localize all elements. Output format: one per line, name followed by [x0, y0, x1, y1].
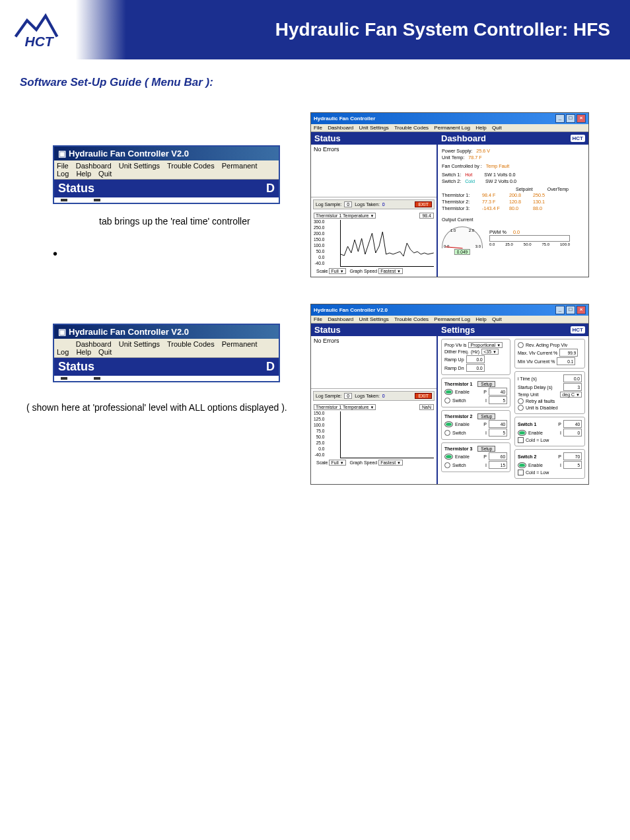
sw2-i-input[interactable]: 5	[563, 461, 582, 469]
menu-file[interactable]: File	[314, 316, 322, 322]
i-time-label: i Time (s)	[518, 376, 537, 381]
menu-dashboard[interactable]: Dashboard	[328, 125, 353, 131]
svg-text:HCT: HCT	[25, 34, 55, 49]
menu-permanent-log[interactable]: Permanent Log	[434, 125, 470, 131]
chart-y-axis: 300.0 250.0 200.0 150.0 100.0 50.0 0.0 -…	[314, 220, 324, 266]
therm3-enable-radio[interactable]	[444, 454, 453, 460]
therm1-setup-button[interactable]: Setup	[477, 381, 495, 387]
therm1-enable-radio[interactable]	[444, 389, 453, 395]
startup-delay-label: Startup Delay (s)	[518, 385, 553, 390]
mini-window-titlebar: ▣ Hydraulic Fan Controller V2.0	[54, 147, 279, 160]
sw1-i-input[interactable]: 0	[563, 429, 582, 437]
thermistor-dropdown-2[interactable]: Thermistor 1 Temperature▼	[314, 404, 376, 410]
dashboard-title: Hydraulic Fan Controller	[314, 116, 375, 122]
status-header-label-2: Status	[314, 325, 341, 335]
minimize-button[interactable]: _	[555, 114, 565, 123]
dashboard-header-label: Dashboard	[441, 133, 486, 143]
exit-button-2[interactable]: EXIT	[415, 393, 432, 399]
i-time-input[interactable]: 0.0	[563, 374, 582, 382]
menu-trouble-codes[interactable]: Trouble Codes	[394, 316, 429, 322]
prop-vlv-label: Prop Vlv is	[444, 343, 466, 347]
prop-vlv-dropdown[interactable]: Proportional▼	[468, 342, 503, 348]
startup-delay-input[interactable]: 3	[563, 383, 582, 391]
mini-status-right-letter: D	[266, 182, 275, 195]
therm3-over: 88.0	[533, 205, 542, 211]
rev-acting-radio[interactable]	[518, 342, 524, 348]
switch2-label: Switch 2:	[442, 178, 461, 184]
menu-permanent-log[interactable]: Permanent Log	[434, 316, 470, 322]
ramp-dn-input[interactable]: 0.0	[466, 364, 485, 372]
unit-disabled-radio[interactable]	[518, 405, 524, 411]
therm1-p-input[interactable]: 40	[489, 388, 507, 396]
menu-help[interactable]: Help	[475, 316, 486, 322]
therm3-switch-radio[interactable]	[444, 462, 450, 468]
menu-unit-settings[interactable]: Unit Settings	[359, 316, 389, 322]
temp-unit-dropdown[interactable]: deg C▼	[560, 392, 582, 398]
menu-trouble-codes[interactable]: Trouble Codes	[167, 162, 215, 170]
scale-label: Scale	[316, 269, 328, 273]
graph-speed-label: Graph Speed	[350, 269, 378, 273]
therm3-setpoint: 80.0	[509, 205, 529, 211]
fan-controlled-label: Fan Controlled by :	[442, 163, 482, 169]
menu-unit-settings[interactable]: Unit Settings	[119, 340, 160, 348]
log-sample-value[interactable]: 0	[344, 201, 352, 207]
sw1-p-input[interactable]: 40	[563, 420, 582, 428]
menu-file[interactable]: File	[314, 125, 322, 131]
therm1-i-input[interactable]: 5	[489, 396, 507, 404]
therm2-enable-radio[interactable]	[444, 421, 453, 427]
log-sample-value-2[interactable]: 0	[344, 393, 352, 399]
menu-help[interactable]: Help	[76, 348, 91, 356]
menu-trouble-codes[interactable]: Trouble Codes	[394, 125, 429, 131]
maximize-button[interactable]: □	[566, 306, 575, 314]
banner-title: Hydraulic Fan System Controller: HFS	[79, 19, 617, 40]
temp-unit-label: Temp Unit	[518, 392, 539, 397]
maximize-button[interactable]: □	[566, 114, 575, 123]
retry-faults-radio[interactable]	[518, 398, 524, 404]
mini-window-dashboard: ▣ Hydraulic Fan Controller V2.0 File Das…	[53, 145, 280, 204]
menu-help[interactable]: Help	[76, 170, 91, 178]
sw2-enable-radio[interactable]	[518, 462, 526, 468]
therm3-i-input[interactable]: 15	[489, 461, 507, 469]
sw2-p-input[interactable]: 70	[563, 452, 582, 460]
therm2-setup-button[interactable]: Setup	[477, 413, 495, 419]
therm3-setup-button[interactable]: Setup	[477, 446, 495, 452]
therm3-p-input[interactable]: 60	[489, 452, 507, 460]
therm2-val: 77.3 F	[482, 199, 505, 205]
scale-dropdown[interactable]: Full▼	[329, 268, 345, 274]
menu-dashboard[interactable]: Dashboard	[328, 316, 353, 322]
graph-speed-dropdown[interactable]: Fastest▼	[378, 268, 403, 274]
min-vlv-input[interactable]: 0.1	[557, 357, 575, 365]
minimize-button[interactable]: _	[555, 306, 565, 314]
unit-temp-label: Unit Temp:	[442, 155, 464, 160]
menu-quit[interactable]: Quit	[492, 125, 502, 131]
menu-file[interactable]: File	[57, 162, 69, 170]
close-button[interactable]: ×	[577, 114, 586, 123]
menu-dashboard[interactable]: Dashboard	[76, 162, 112, 170]
menu-help[interactable]: Help	[475, 125, 486, 131]
sw1-cold-low-check[interactable]	[518, 437, 524, 443]
sw2-cold-low-check[interactable]	[518, 470, 524, 475]
therm2-switch-radio[interactable]	[444, 430, 450, 436]
thermistor-dropdown[interactable]: Thermistor 1 Temperature▼	[314, 213, 376, 219]
therm2-p-input[interactable]: 40	[489, 420, 507, 428]
menu-quit[interactable]: Quit	[98, 348, 112, 356]
graph-speed-dropdown-2[interactable]: Fastest▼	[378, 460, 403, 466]
menu-trouble-codes[interactable]: Trouble Codes	[167, 340, 215, 348]
no-errors-text-2: No Errors	[314, 337, 339, 344]
dither-dropdown[interactable]: <35▼	[481, 349, 499, 355]
menu-quit[interactable]: Quit	[98, 170, 112, 178]
therm1-val: 98.4 F	[482, 192, 505, 198]
scale-dropdown-2[interactable]: Full▼	[329, 460, 345, 466]
sw1-enable-radio[interactable]	[518, 430, 526, 436]
close-button[interactable]: ×	[577, 306, 586, 314]
menu-unit-settings[interactable]: Unit Settings	[359, 125, 389, 131]
menu-quit[interactable]: Quit	[492, 316, 502, 322]
ramp-up-input[interactable]: 0.0	[466, 355, 485, 363]
menu-dashboard[interactable]: Dashboard	[76, 340, 112, 348]
max-vlv-input[interactable]: 99.9	[559, 349, 578, 357]
chart-footer-controls-2: Scale Full▼ Graph Speed Fastest▼	[314, 458, 434, 467]
exit-button[interactable]: EXIT	[415, 201, 432, 207]
therm1-switch-radio[interactable]	[444, 398, 450, 403]
menu-unit-settings[interactable]: Unit Settings	[119, 162, 160, 170]
therm2-i-input[interactable]: 5	[489, 429, 507, 437]
